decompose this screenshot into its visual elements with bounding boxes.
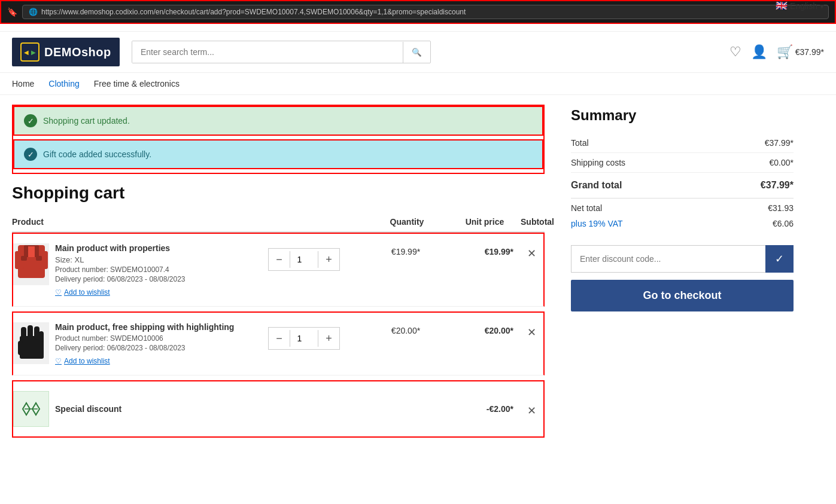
alert-success-message: Shopping cart updated.: [43, 116, 130, 126]
item-image-gloves: [13, 322, 49, 364]
alert-info-message: Gift code added successfully.: [43, 149, 151, 159]
qty-decrease-jacket[interactable]: −: [269, 249, 290, 270]
item-wishlist-gloves[interactable]: ♡ Add to wishlist: [55, 357, 262, 365]
discount-remove[interactable]: ✕: [519, 401, 543, 417]
item-qty-jacket: − +: [268, 243, 364, 271]
cart-title: Shopping cart: [12, 184, 545, 203]
item-name-gloves: Main product, free shipping with highlig…: [55, 322, 262, 332]
qty-control-jacket: − +: [268, 248, 340, 271]
qty-increase-gloves[interactable]: +: [318, 328, 339, 349]
item-subtotal-gloves: €20.00*: [448, 322, 519, 335]
discount-code-row: ✓: [571, 245, 794, 273]
item-sku-gloves: Product number: SWDEMO10006: [55, 334, 262, 343]
item-price-jacket: €19.99*: [364, 243, 448, 256]
language-selector[interactable]: 🇬🇧 English ▾: [776, 0, 824, 11]
item-delivery-jacket: Delivery period: 06/08/2023 - 08/08/2023: [55, 275, 262, 283]
checkout-button[interactable]: Go to checkout: [571, 280, 794, 311]
summary-grand-total-value: €37.99*: [761, 180, 794, 191]
discount-row: Special discount -€2.00* ✕: [12, 380, 545, 438]
summary-net-value: €31.93: [768, 203, 794, 213]
url-text: https://www.demoshop.codixio.com/en/chec…: [41, 8, 466, 16]
svg-rect-2: [28, 246, 35, 257]
chevron-down-icon: ▾: [820, 1, 824, 11]
item-details-gloves: Main product, free shipping with highlig…: [55, 322, 268, 365]
alert-info: ✓ Gift code added successfully.: [13, 139, 543, 169]
success-icon: ✓: [24, 114, 37, 127]
summary-net-label: Net total: [571, 203, 602, 213]
summary-total-label: Total: [571, 138, 589, 148]
qty-control-gloves: − +: [268, 327, 340, 350]
search-button[interactable]: 🔍: [403, 42, 430, 63]
logo-text: DEMOshop: [44, 45, 111, 59]
discount-icon: [13, 391, 49, 427]
summary-total-row: Total €37.99*: [571, 133, 794, 153]
summary-vat-label: plus 19% VAT: [571, 219, 623, 228]
item-subtotal-jacket: €19.99*: [448, 243, 519, 256]
discount-amount: -€2.00*: [448, 404, 519, 414]
item-wishlist-jacket[interactable]: ♡ Add to wishlist: [55, 288, 262, 297]
header: DEMOshop 🔍 ♡ 👤 🛒 €37.99*: [0, 32, 836, 73]
cart-column-headers: Product Quantity Unit price Subtotal: [12, 212, 545, 233]
svg-rect-10: [34, 326, 39, 340]
qty-input-jacket[interactable]: [290, 251, 318, 268]
search-input[interactable]: [132, 41, 403, 63]
search-icon: 🔍: [412, 48, 422, 57]
main-layout: ✓ Shopping cart updated. ✓ Gift code add…: [0, 95, 836, 452]
summary-grand-total-row: Grand total €37.99*: [571, 173, 794, 198]
account-icon[interactable]: 👤: [751, 44, 767, 60]
svg-rect-6: [36, 256, 42, 261]
discount-code-submit[interactable]: ✓: [765, 245, 794, 273]
info-icon: ✓: [24, 148, 37, 161]
item-qty-gloves: − +: [268, 322, 364, 350]
item-delivery-gloves: Delivery period: 06/08/2023 - 08/08/2023: [55, 344, 262, 352]
summary-shipping-label: Shipping costs: [571, 158, 625, 167]
wishlist-label-gloves: Add to wishlist: [64, 357, 110, 365]
checkout-label: Go to checkout: [643, 289, 721, 301]
nav-item-clothing[interactable]: Clothing: [48, 79, 79, 88]
header-icons: ♡ 👤 🛒 €37.99*: [729, 44, 824, 60]
globe-icon: 🌐: [29, 8, 38, 16]
bookmark-icon: 🔖: [7, 7, 17, 17]
heart-icon: ♡: [55, 288, 62, 297]
main-nav: Home Clothing Free time & electronics: [0, 73, 836, 95]
language-label: English: [790, 1, 817, 11]
cart-content: ✓ Shopping cart updated. ✓ Gift code add…: [0, 95, 557, 452]
logo-icon: [20, 42, 39, 62]
item-price-gloves: €20.00*: [364, 322, 448, 335]
wishlist-label-jacket: Add to wishlist: [64, 288, 110, 297]
discount-code-input[interactable]: [571, 245, 765, 273]
svg-rect-9: [28, 325, 33, 338]
url-bar[interactable]: 🌐 https://www.demoshop.codixio.com/en/ch…: [22, 5, 829, 19]
col-price-header: Unit price: [449, 217, 521, 227]
col-quantity-header: Quantity: [365, 217, 449, 227]
logo[interactable]: DEMOshop: [12, 38, 120, 66]
svg-rect-12: [18, 341, 23, 355]
qty-increase-jacket[interactable]: +: [318, 249, 339, 270]
item-image-jacket: [13, 243, 49, 285]
nav-item-free-time[interactable]: Free time & electronics: [94, 79, 180, 88]
nav-item-home[interactable]: Home: [12, 79, 34, 88]
alert-success: ✓ Shopping cart updated.: [13, 106, 543, 136]
qty-input-gloves[interactable]: [290, 330, 318, 347]
discount-name: Special discount: [55, 404, 448, 414]
cart-item: Main product with properties Size: XL Pr…: [12, 233, 545, 307]
heart-icon: ♡: [55, 357, 62, 365]
item-name-jacket: Main product with properties: [55, 243, 262, 253]
item-size-jacket: Size: XL: [55, 255, 262, 264]
item-sku-jacket: Product number: SWDEMO10007.4: [55, 265, 262, 274]
item-remove-jacket[interactable]: ✕: [519, 243, 543, 260]
summary-grand-total-label: Grand total: [571, 180, 622, 191]
discount-name-text: Special discount: [55, 404, 121, 414]
summary-title: Summary: [571, 107, 794, 124]
wishlist-icon[interactable]: ♡: [729, 44, 741, 60]
summary-vat-row: plus 19% VAT €6.06: [571, 214, 794, 233]
flag-icon: 🇬🇧: [776, 0, 788, 11]
summary-panel: Summary Total €37.99* Shipping costs €0.…: [557, 95, 808, 452]
item-remove-gloves[interactable]: ✕: [519, 322, 543, 339]
cart-button[interactable]: 🛒 €37.99*: [777, 44, 824, 60]
search-bar: 🔍: [132, 41, 431, 63]
cart-item: Main product, free shipping with highlig…: [12, 311, 545, 375]
summary-vat-value: €6.06: [773, 219, 794, 228]
qty-decrease-gloves[interactable]: −: [269, 328, 290, 349]
col-subtotal-header: Subtotal: [521, 217, 545, 227]
